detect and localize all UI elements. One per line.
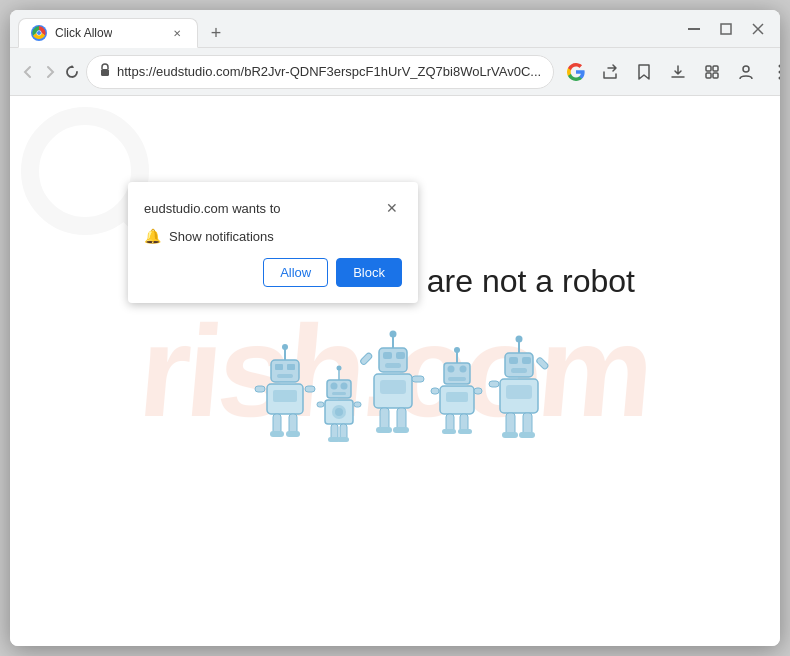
svg-point-17 [779, 76, 780, 79]
notification-popup: eudstudio.com wants to ✕ 🔔 Show notifica… [128, 182, 418, 303]
robots-svg [235, 330, 555, 480]
window-actions [680, 15, 772, 43]
svg-rect-12 [706, 73, 711, 78]
svg-rect-22 [271, 360, 299, 382]
popup-title: eudstudio.com wants to [144, 201, 281, 216]
extension-button[interactable] [696, 56, 728, 88]
svg-rect-79 [505, 353, 533, 377]
svg-rect-10 [706, 66, 711, 71]
browser-body: rish.com Click "Allow" if you are not a … [10, 96, 780, 646]
google-icon-button[interactable] [560, 56, 592, 88]
svg-rect-60 [397, 408, 406, 430]
svg-point-38 [341, 382, 348, 389]
popup-notification-row: 🔔 Show notifications [144, 228, 402, 244]
tab-strip: Click Allow ✕ + [18, 10, 680, 47]
share-button[interactable] [594, 56, 626, 88]
svg-rect-11 [713, 66, 718, 71]
svg-point-15 [779, 64, 780, 67]
profile-button[interactable] [730, 56, 762, 88]
svg-rect-25 [277, 374, 293, 378]
svg-rect-39 [332, 392, 346, 395]
svg-rect-59 [380, 408, 389, 430]
browser-window: Click Allow ✕ + [10, 10, 780, 646]
svg-rect-27 [273, 390, 297, 402]
svg-rect-82 [511, 368, 527, 373]
popup-header: eudstudio.com wants to ✕ [144, 198, 402, 218]
svg-rect-28 [255, 386, 265, 392]
svg-point-66 [448, 365, 455, 372]
back-button[interactable] [20, 56, 36, 88]
svg-point-16 [779, 70, 780, 73]
lock-icon [99, 63, 111, 80]
svg-point-37 [331, 382, 338, 389]
svg-rect-53 [396, 352, 405, 359]
svg-rect-33 [286, 431, 300, 437]
robots-illustration [235, 330, 555, 480]
notification-label: Show notifications [169, 229, 274, 244]
svg-rect-81 [522, 357, 531, 364]
svg-rect-24 [287, 364, 295, 370]
close-button[interactable] [744, 15, 772, 43]
svg-rect-90 [519, 432, 535, 438]
maximize-button[interactable] [712, 15, 740, 43]
svg-rect-85 [489, 381, 499, 387]
svg-rect-43 [317, 402, 324, 407]
svg-rect-52 [383, 352, 392, 359]
tab-title: Click Allow [55, 26, 112, 40]
svg-point-78 [516, 335, 523, 342]
svg-rect-68 [448, 377, 466, 381]
svg-rect-56 [380, 380, 406, 394]
svg-rect-36 [327, 380, 351, 398]
title-bar: Click Allow ✕ + [10, 10, 780, 48]
svg-rect-29 [305, 386, 315, 392]
svg-point-67 [460, 365, 467, 372]
svg-rect-87 [506, 413, 515, 435]
bookmark-button[interactable] [628, 56, 660, 88]
bell-icon: 🔔 [144, 228, 161, 244]
svg-rect-54 [385, 363, 401, 368]
svg-point-4 [37, 31, 41, 35]
svg-rect-58 [412, 376, 424, 382]
minimize-button[interactable] [680, 15, 708, 43]
svg-rect-76 [458, 429, 472, 434]
svg-rect-88 [523, 413, 532, 435]
new-tab-button[interactable]: + [202, 19, 230, 47]
page-content: rish.com Click "Allow" if you are not a … [10, 96, 780, 646]
svg-rect-6 [721, 24, 731, 34]
browser-tab[interactable]: Click Allow ✕ [18, 18, 198, 48]
svg-rect-89 [502, 432, 518, 438]
menu-button[interactable] [764, 56, 780, 88]
allow-button[interactable]: Allow [263, 258, 328, 287]
svg-rect-62 [393, 427, 409, 433]
address-text: https://eudstudio.com/bR2Jvr-QDNF3erspcF… [117, 64, 541, 79]
svg-point-42 [335, 408, 343, 416]
svg-rect-5 [688, 28, 700, 30]
svg-rect-44 [354, 402, 361, 407]
address-bar[interactable]: https://eudstudio.com/bR2Jvr-QDNF3erspcF… [86, 55, 554, 89]
svg-point-35 [337, 365, 342, 370]
refresh-button[interactable] [64, 56, 80, 88]
popup-close-button[interactable]: ✕ [382, 198, 402, 218]
svg-rect-86 [536, 356, 549, 369]
toolbar-icons [560, 56, 780, 88]
svg-point-21 [282, 344, 288, 350]
svg-point-14 [743, 66, 749, 72]
svg-rect-48 [337, 437, 349, 442]
svg-rect-72 [474, 388, 482, 394]
svg-rect-23 [275, 364, 283, 370]
tab-close-button[interactable]: ✕ [169, 25, 185, 41]
download-button[interactable] [662, 56, 694, 88]
svg-rect-71 [431, 388, 439, 394]
svg-rect-57 [360, 352, 373, 365]
block-button[interactable]: Block [336, 258, 402, 287]
svg-rect-84 [506, 385, 532, 399]
svg-rect-32 [270, 431, 284, 437]
svg-rect-51 [379, 348, 407, 372]
svg-rect-61 [376, 427, 392, 433]
forward-button[interactable] [42, 56, 58, 88]
toolbar: https://eudstudio.com/bR2Jvr-QDNF3erspcF… [10, 48, 780, 96]
chrome-favicon [31, 25, 47, 41]
svg-rect-9 [101, 69, 109, 76]
svg-point-64 [454, 347, 460, 353]
svg-point-18 [30, 116, 140, 226]
